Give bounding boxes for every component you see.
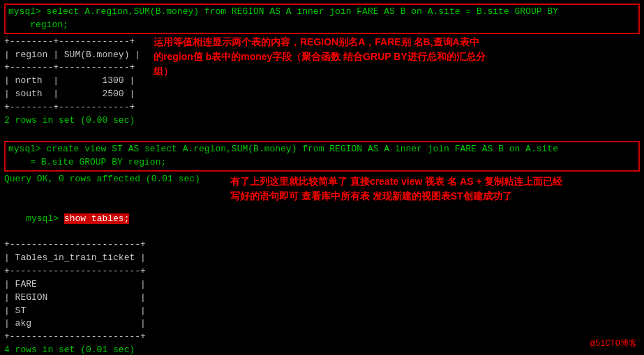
cmd1-line: mysql> select A.region,SUM(B.money) from…: [8, 6, 636, 19]
blank1: [4, 128, 640, 141]
terminal-window: mysql> select A.region,SUM(B.money) from…: [0, 0, 644, 355]
show-tables-cmd: show tables;: [64, 213, 130, 224]
cmd1b-line: region;: [8, 19, 636, 32]
table2: | REGION |: [4, 292, 640, 305]
cmd-block-1: mysql> select A.region,SUM(B.money) from…: [4, 3, 640, 34]
annotation-1-text: 运用等值相连显示两个表的内容，REGION别名A，FARE别 名B,查询A表中的…: [153, 36, 486, 77]
sep5: +------------------------+: [4, 265, 640, 278]
row2: | south | 2500 |: [4, 88, 640, 101]
sep6: +------------------------+: [4, 331, 640, 344]
watermark: @51CTO博客: [590, 338, 637, 349]
cmd2-line: mysql> create view ST AS select A.region…: [8, 143, 636, 156]
rows1: 2 rows in set (0.00 sec): [4, 114, 640, 128]
table1: | FARE |: [4, 278, 640, 292]
cmd-block-2: mysql> create view ST AS select A.region…: [4, 141, 640, 172]
rows2: 4 rows in set (0.01 sec): [4, 344, 640, 355]
table4: | akg |: [4, 317, 640, 331]
annotation-box-2: 有了上列这里就比较简单了 直接create view 视表 名 AS + 复制粘…: [230, 174, 565, 204]
cmd2b-line: = B.site GROUP BY region;: [8, 156, 636, 169]
annotation-box-1: 运用等值相连显示两个表的内容，REGION别名A，FARE别 名B,查询A表中的…: [153, 35, 488, 79]
annotation-2-text: 有了上列这里就比较简单了 直接create view 视表 名 AS + 复制粘…: [230, 176, 562, 202]
mysql-prompt-3: mysql>: [26, 213, 64, 224]
table3: | ST |: [4, 305, 640, 318]
sep3: +--------+-------------+: [4, 101, 640, 114]
cmd3-line: mysql> show tables;: [4, 199, 640, 239]
header2: | Tables_in_train_ticket |: [4, 252, 640, 265]
sep4: +------------------------+: [4, 239, 640, 252]
